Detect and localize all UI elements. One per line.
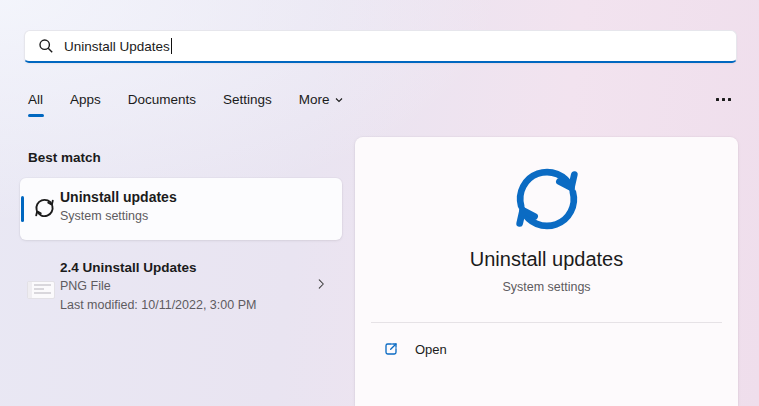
tab-more[interactable]: More — [299, 92, 344, 117]
tab-more-label: More — [299, 92, 330, 107]
search-input[interactable]: Uninstall Updates — [64, 38, 172, 54]
preview-subtitle: System settings — [355, 280, 738, 294]
more-options-icon[interactable] — [712, 94, 735, 105]
windows-search-flyout: Uninstall Updates All Apps Documents Set… — [0, 0, 759, 406]
search-box[interactable]: Uninstall Updates — [24, 30, 737, 63]
file-result-modified: Last modified: 10/11/2022, 3:00 PM — [60, 298, 256, 312]
selection-accent-bar — [21, 196, 24, 222]
search-input-value: Uninstall Updates — [64, 39, 170, 54]
tab-settings-label: Settings — [223, 92, 272, 107]
file-result[interactable]: 2.4 Uninstall Updates PNG File Last modi… — [20, 252, 342, 320]
sync-icon-large — [509, 166, 585, 236]
file-thumbnail — [27, 281, 55, 299]
tab-documents[interactable]: Documents — [128, 92, 196, 117]
tab-all[interactable]: All — [28, 92, 43, 117]
chevron-right-icon[interactable] — [314, 277, 328, 295]
tab-apps-label: Apps — [70, 92, 101, 107]
open-action[interactable]: Open — [383, 341, 447, 357]
sync-icon — [33, 198, 56, 222]
search-icon — [38, 38, 54, 54]
active-tab-indicator — [28, 114, 44, 117]
tab-all-label: All — [28, 92, 43, 107]
open-label: Open — [415, 342, 447, 357]
section-title-best-match: Best match — [28, 150, 101, 165]
tab-settings[interactable]: Settings — [223, 92, 272, 117]
best-match-subtitle: System settings — [60, 209, 148, 223]
preview-panel: Uninstall updates System settings Open — [355, 137, 738, 406]
open-external-icon — [383, 341, 399, 357]
text-caret — [171, 38, 172, 54]
file-result-title: 2.4 Uninstall Updates — [60, 260, 197, 275]
preview-divider — [371, 322, 722, 323]
best-match-result[interactable]: Uninstall updates System settings — [20, 178, 342, 240]
tab-apps[interactable]: Apps — [70, 92, 101, 117]
preview-title: Uninstall updates — [355, 248, 738, 271]
best-match-title: Uninstall updates — [60, 189, 177, 205]
chevron-down-icon — [334, 95, 344, 105]
file-result-type: PNG File — [60, 279, 111, 293]
search-filter-tabs: All Apps Documents Settings More — [28, 92, 344, 117]
tab-documents-label: Documents — [128, 92, 196, 107]
